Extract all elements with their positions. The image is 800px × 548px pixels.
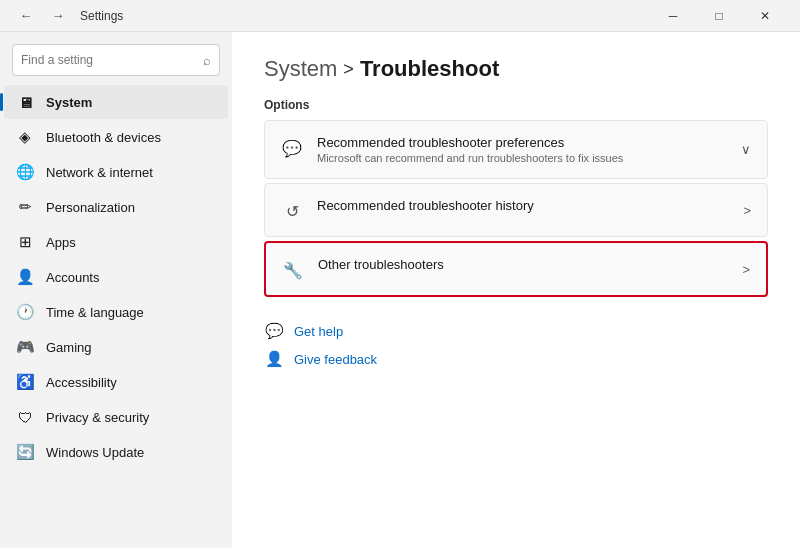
sidebar-label-network: Network & internet (46, 165, 153, 180)
forward-button[interactable]: → (44, 4, 72, 28)
sidebar-label-accounts: Accounts (46, 270, 99, 285)
accessibility-icon: ♿ (16, 373, 34, 391)
sidebar-label-apps: Apps (46, 235, 76, 250)
sidebar-item-accessibility[interactable]: ♿Accessibility (4, 365, 228, 399)
option-left-other_troubleshooters: 🔧Other troubleshooters (282, 257, 444, 281)
breadcrumb-separator: > (343, 59, 354, 80)
breadcrumb-parent: System (264, 56, 337, 82)
option-chevron-other_troubleshooters: > (742, 262, 750, 277)
option-card-other_troubleshooters[interactable]: 🔧Other troubleshooters> (264, 241, 768, 297)
gaming-icon: 🎮 (16, 338, 34, 356)
personalization-icon: ✏ (16, 198, 34, 216)
sidebar-item-windows_update[interactable]: 🔄Windows Update (4, 435, 228, 469)
back-button[interactable]: ← (12, 4, 40, 28)
titlebar-nav: ← → (12, 4, 72, 28)
sidebar-label-bluetooth: Bluetooth & devices (46, 130, 161, 145)
apps-icon: ⊞ (16, 233, 34, 251)
sidebar-label-privacy: Privacy & security (46, 410, 149, 425)
search-input[interactable] (21, 53, 203, 67)
sidebar-item-gaming[interactable]: 🎮Gaming (4, 330, 228, 364)
links-section: 💬Get help👤Give feedback (264, 317, 768, 373)
sidebar: ⌕ 🖥System◈Bluetooth & devices🌐Network & … (0, 32, 232, 548)
main-layout: ⌕ 🖥System◈Bluetooth & devices🌐Network & … (0, 32, 800, 548)
sidebar-item-time[interactable]: 🕐Time & language (4, 295, 228, 329)
link-give_feedback[interactable]: 👤Give feedback (264, 345, 768, 373)
option-chevron-recommended_history: > (743, 203, 751, 218)
breadcrumb-current: Troubleshoot (360, 56, 499, 82)
sidebar-item-bluetooth[interactable]: ◈Bluetooth & devices (4, 120, 228, 154)
option-title-recommended_history: Recommended troubleshooter history (317, 198, 534, 213)
minimize-button[interactable]: ─ (650, 0, 696, 32)
option-card-recommended_history[interactable]: ↺Recommended troubleshooter history> (264, 183, 768, 237)
option-card-recommended_prefs[interactable]: 💬Recommended troubleshooter preferencesM… (264, 120, 768, 179)
sidebar-label-time: Time & language (46, 305, 144, 320)
option-left-recommended_history: ↺Recommended troubleshooter history (281, 198, 534, 222)
network-icon: 🌐 (16, 163, 34, 181)
search-box[interactable]: ⌕ (12, 44, 220, 76)
search-icon: ⌕ (203, 53, 211, 68)
sidebar-item-system[interactable]: 🖥System (4, 85, 228, 119)
get_help-label: Get help (294, 324, 343, 339)
breadcrumb: System > Troubleshoot (264, 56, 768, 82)
section-label: Options (264, 98, 768, 112)
option-text-other_troubleshooters: Other troubleshooters (318, 257, 444, 272)
titlebar-controls: ─ □ ✕ (650, 0, 788, 32)
options-section: Options 💬Recommended troubleshooter pref… (264, 98, 768, 297)
option-subtitle-recommended_prefs: Microsoft can recommend and run troubles… (317, 152, 623, 164)
sidebar-item-network[interactable]: 🌐Network & internet (4, 155, 228, 189)
give_feedback-label: Give feedback (294, 352, 377, 367)
give_feedback-icon: 👤 (264, 349, 284, 369)
sidebar-item-accounts[interactable]: 👤Accounts (4, 260, 228, 294)
time-icon: 🕐 (16, 303, 34, 321)
option-chevron-recommended_prefs: ∨ (741, 142, 751, 157)
titlebar: ← → Settings ─ □ ✕ (0, 0, 800, 32)
option-icon-other_troubleshooters: 🔧 (282, 259, 304, 281)
option-icon-recommended_history: ↺ (281, 200, 303, 222)
sidebar-label-system: System (46, 95, 92, 110)
accounts-icon: 👤 (16, 268, 34, 286)
get_help-icon: 💬 (264, 321, 284, 341)
sidebar-label-windows_update: Windows Update (46, 445, 144, 460)
sidebar-label-gaming: Gaming (46, 340, 92, 355)
bluetooth-icon: ◈ (16, 128, 34, 146)
sidebar-item-personalization[interactable]: ✏Personalization (4, 190, 228, 224)
privacy-icon: 🛡 (16, 408, 34, 426)
windows_update-icon: 🔄 (16, 443, 34, 461)
sidebar-item-apps[interactable]: ⊞Apps (4, 225, 228, 259)
content-area: System > Troubleshoot Options 💬Recommend… (232, 32, 800, 548)
option-icon-recommended_prefs: 💬 (281, 137, 303, 159)
option-text-recommended_history: Recommended troubleshooter history (317, 198, 534, 213)
sidebar-label-personalization: Personalization (46, 200, 135, 215)
maximize-button[interactable]: □ (696, 0, 742, 32)
titlebar-title: Settings (80, 9, 123, 23)
option-left-recommended_prefs: 💬Recommended troubleshooter preferencesM… (281, 135, 623, 164)
link-get_help[interactable]: 💬Get help (264, 317, 768, 345)
close-button[interactable]: ✕ (742, 0, 788, 32)
system-icon: 🖥 (16, 93, 34, 111)
option-title-recommended_prefs: Recommended troubleshooter preferences (317, 135, 623, 150)
sidebar-item-privacy[interactable]: 🛡Privacy & security (4, 400, 228, 434)
titlebar-left: ← → Settings (12, 4, 123, 28)
option-title-other_troubleshooters: Other troubleshooters (318, 257, 444, 272)
option-text-recommended_prefs: Recommended troubleshooter preferencesMi… (317, 135, 623, 164)
sidebar-label-accessibility: Accessibility (46, 375, 117, 390)
